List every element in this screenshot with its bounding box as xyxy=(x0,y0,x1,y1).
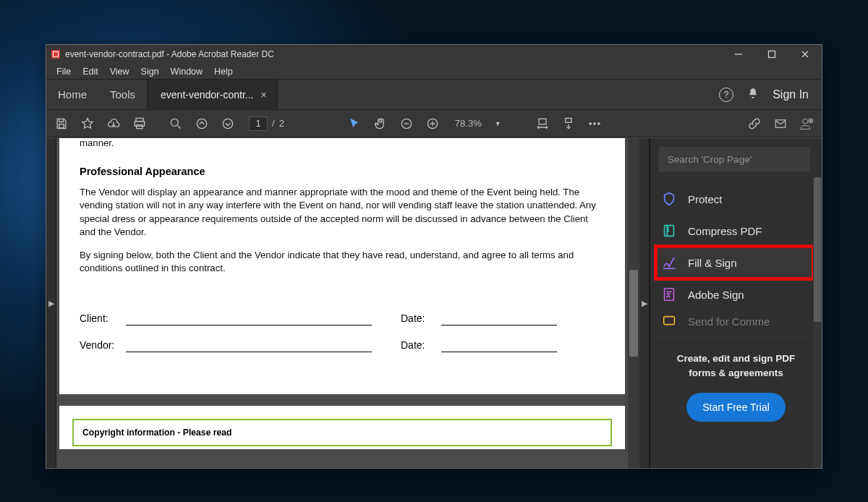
right-panel-handle[interactable]: ▶ xyxy=(639,138,650,468)
bell-icon[interactable] xyxy=(746,87,760,103)
tools-panel: Search 'Crop Page' Protect Compress PDF xyxy=(650,138,822,468)
tab-home[interactable]: Home xyxy=(46,80,98,109)
svg-point-26 xyxy=(803,119,808,124)
select-tool-icon[interactable] xyxy=(346,116,362,132)
help-icon[interactable]: ? xyxy=(719,88,733,102)
tools-search-placeholder: Search 'Crop Page' xyxy=(668,154,752,165)
tool-compress-label: Compress PDF xyxy=(688,225,762,237)
paragraph-2: By signing below, both the Client and th… xyxy=(80,249,605,275)
promo-text: Create, edit and sign PDF forms & agreem… xyxy=(663,352,809,380)
hand-tool-icon[interactable] xyxy=(373,116,388,132)
minimize-button[interactable] xyxy=(722,45,755,64)
fit-width-icon[interactable] xyxy=(535,116,550,132)
adobe-sign-icon xyxy=(660,286,678,303)
tab-close-icon[interactable]: × xyxy=(260,89,266,101)
tool-adobe-sign[interactable]: Adobe Sign xyxy=(658,278,812,310)
svg-rect-35 xyxy=(664,317,675,325)
svg-point-22 xyxy=(589,122,591,124)
svg-rect-2 xyxy=(54,52,58,56)
cloud-icon[interactable] xyxy=(106,116,122,132)
page-total: 2 xyxy=(279,118,284,129)
tool-fill-sign[interactable]: Fill & Sign xyxy=(656,247,813,278)
page-sep: / xyxy=(272,118,275,129)
doc-scroll-thumb[interactable] xyxy=(629,270,638,357)
titlebar: event-vendor-contract.pdf - Adobe Acroba… xyxy=(46,45,822,64)
vendor-sign-line[interactable] xyxy=(126,340,372,352)
pdf-page-1: manner. Professional Appearance The Vend… xyxy=(59,138,625,394)
menu-window[interactable]: Window xyxy=(165,64,208,80)
star-icon[interactable] xyxy=(80,116,95,132)
svg-rect-7 xyxy=(59,124,64,127)
svg-rect-4 xyxy=(769,51,775,58)
left-panel-handle[interactable]: ▶ xyxy=(46,138,56,468)
client-date-line[interactable] xyxy=(441,313,557,326)
content-area: ▶ manner. Professional Appearance The Ve… xyxy=(46,137,822,468)
page-up-icon[interactable] xyxy=(194,116,210,132)
menubar: File Edit View Sign Window Help xyxy=(46,64,822,80)
tool-send-comments[interactable]: Send for Comme xyxy=(658,310,812,332)
page-current-input[interactable] xyxy=(249,116,268,131)
svg-rect-10 xyxy=(137,124,142,128)
tool-list: Protect Compress PDF Fill & Sign xyxy=(650,179,822,332)
send-comments-icon xyxy=(660,312,678,330)
tab-document-label: event-vendor-contr... xyxy=(161,89,253,101)
menu-edit[interactable]: Edit xyxy=(77,64,104,80)
tab-tools[interactable]: Tools xyxy=(98,80,147,109)
tool-compress[interactable]: Compress PDF xyxy=(658,215,812,247)
compress-icon xyxy=(660,222,678,239)
zoom-in-icon[interactable] xyxy=(425,116,441,132)
save-icon[interactable] xyxy=(54,116,69,132)
tool-fill-sign-label: Fill & Sign xyxy=(688,257,737,269)
more-tools-icon[interactable] xyxy=(587,116,603,132)
panel-scrollbar[interactable] xyxy=(813,177,822,468)
tabrow: Home Tools event-vendor-contr... × ? Sig… xyxy=(46,80,822,110)
search-icon[interactable] xyxy=(168,116,184,132)
signature-block: Client: Date: Vendor: Date: xyxy=(80,312,605,353)
menu-file[interactable]: File xyxy=(51,64,77,80)
close-button[interactable] xyxy=(788,45,822,64)
share-link-icon[interactable] xyxy=(746,116,762,132)
pdf-page-2: Copyright information - Please read xyxy=(59,406,625,449)
add-person-icon[interactable] xyxy=(799,116,814,132)
svg-point-11 xyxy=(171,119,178,126)
zoom-out-icon[interactable] xyxy=(399,116,414,132)
shield-icon xyxy=(660,190,678,208)
email-icon[interactable] xyxy=(773,116,788,132)
promo-block: Create, edit and sign PDF forms & agreem… xyxy=(650,344,822,433)
zoom-dropdown-icon[interactable]: ▼ xyxy=(492,120,501,127)
tool-adobe-sign-label: Adobe Sign xyxy=(688,289,744,301)
label-date-1: Date: xyxy=(401,312,441,326)
page-indicator: / 2 xyxy=(249,116,284,131)
maximize-button[interactable] xyxy=(755,45,788,64)
start-free-trial-button[interactable]: Start Free Trial xyxy=(686,393,786,422)
tab-document[interactable]: event-vendor-contr... × xyxy=(147,80,278,109)
vendor-date-line[interactable] xyxy=(441,340,557,352)
scroll-mode-icon[interactable] xyxy=(561,116,576,132)
zoom-value[interactable]: 78.3% xyxy=(451,118,482,129)
client-sign-line[interactable] xyxy=(126,313,372,326)
svg-rect-21 xyxy=(565,118,571,122)
panel-scroll-thumb[interactable] xyxy=(814,177,821,322)
doc-scrollbar[interactable] xyxy=(628,138,639,468)
window-title: event-vendor-contract.pdf - Adobe Acroba… xyxy=(65,49,274,59)
paragraph-1: The Vendor will display an appearance an… xyxy=(80,186,605,239)
svg-point-24 xyxy=(597,122,600,124)
tools-search-input[interactable]: Search 'Crop Page' xyxy=(659,147,810,171)
svg-rect-32 xyxy=(665,289,674,301)
tool-protect-label: Protect xyxy=(688,193,723,205)
tool-protect[interactable]: Protect xyxy=(658,183,812,215)
copyright-box: Copyright information - Please read xyxy=(72,419,612,446)
app-window: event-vendor-contract.pdf - Adobe Acroba… xyxy=(46,44,822,469)
svg-point-13 xyxy=(197,119,206,128)
fill-sign-icon xyxy=(660,254,678,271)
toolbar: / 2 78.3% ▼ xyxy=(46,110,822,137)
document-view[interactable]: manner. Professional Appearance The Vend… xyxy=(56,138,639,468)
menu-sign[interactable]: Sign xyxy=(135,64,165,80)
signin-link[interactable]: Sign In xyxy=(773,88,809,101)
tool-send-comments-label: Send for Comme xyxy=(688,315,770,328)
label-date-2: Date: xyxy=(401,339,441,352)
menu-help[interactable]: Help xyxy=(208,64,239,80)
menu-view[interactable]: View xyxy=(104,64,135,80)
page-down-icon[interactable] xyxy=(220,116,236,132)
print-icon[interactable] xyxy=(132,116,148,132)
